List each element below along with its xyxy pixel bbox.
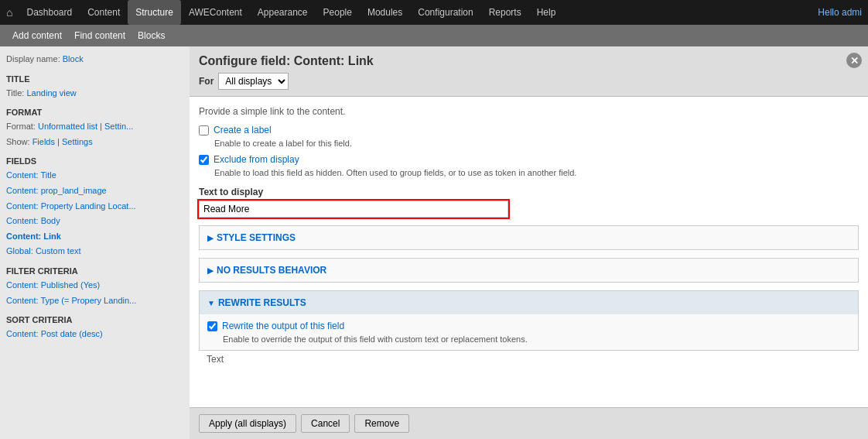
modal-title: Configure field: Content: Link: [199, 54, 859, 68]
modal-footer: Apply (all displays) Cancel Remove: [190, 407, 868, 439]
list-item[interactable]: Content: prop_land_image: [6, 184, 183, 198]
rewrite-checkbox[interactable]: [207, 321, 217, 331]
sidebar-display-name: Display name: Block: [6, 53, 183, 67]
nav-configuration[interactable]: Configuration: [410, 0, 480, 25]
list-item[interactable]: Content: Published (Yes): [6, 279, 183, 293]
list-item[interactable]: Content: Post date (desc): [6, 328, 183, 341]
main-layout: Display name: Block TITLE Title: Landing…: [0, 46, 868, 439]
sidebar-show-item: Show: Fields | Settings: [6, 135, 183, 149]
exclude-display-checkbox[interactable]: [199, 155, 209, 165]
nav-user-greeting: Hello admi: [818, 7, 862, 18]
nav-username: admi: [842, 7, 862, 18]
chevron-right-icon: ▶: [207, 266, 214, 275]
sec-nav-blocks[interactable]: Blocks: [132, 25, 171, 46]
style-settings-label: STYLE SETTINGS: [217, 232, 296, 243]
exclude-display-row: Exclude from display: [199, 154, 859, 165]
list-item[interactable]: Content: Property Landing Locat...: [6, 200, 183, 214]
list-item[interactable]: Content: Type (= Propery Landin...: [6, 294, 183, 308]
create-label-desc: Enable to create a label for this field.: [214, 139, 859, 148]
rewrite-text[interactable]: Rewrite the output of this field: [222, 321, 344, 331]
nav-awecontent[interactable]: AWEContent: [181, 0, 250, 25]
sidebar-title-section: TITLE: [6, 74, 183, 84]
create-label-checkbox[interactable]: [199, 125, 209, 135]
chevron-down-icon: ▼: [207, 299, 215, 307]
nav-modules[interactable]: Modules: [360, 0, 410, 25]
nav-structure[interactable]: Structure: [128, 0, 181, 25]
secondary-navigation: Add content Find content Blocks: [0, 25, 868, 46]
modal-body: Provide a simple link to the content. Cr…: [190, 97, 868, 407]
sidebar-filter-section: FILTER CRITERIA: [6, 266, 183, 276]
rewrite-body: Rewrite the output of this field Enable …: [200, 314, 858, 350]
rewrite-results-label: REWRITE RESULTS: [218, 297, 306, 308]
configure-field-modal: Configure field: Content: Link For All d…: [190, 46, 868, 439]
nav-reports[interactable]: Reports: [481, 0, 529, 25]
text-to-display-label: Text to display: [199, 187, 859, 197]
text-to-display-input[interactable]: [199, 201, 508, 218]
modal-header: Configure field: Content: Link For All d…: [190, 46, 868, 97]
list-item[interactable]: Content: Title: [6, 169, 183, 183]
sidebar-format-section: FORMAT: [6, 108, 183, 117]
chevron-right-icon: ▶: [207, 234, 214, 242]
rewrite-checkbox-row: Rewrite the output of this field: [207, 321, 850, 331]
remove-button[interactable]: Remove: [354, 414, 409, 433]
list-item[interactable]: Global: Custom text: [6, 245, 183, 259]
top-navigation: ⌂ Dashboard Content Structure AWEContent…: [0, 0, 868, 25]
no-results-label: NO RESULTS BEHAVIOR: [217, 265, 326, 276]
rewrite-results-section: ▼ REWRITE RESULTS Rewrite the output of …: [199, 290, 859, 351]
nav-appearance[interactable]: Appearance: [250, 0, 316, 25]
modal-close-button[interactable]: ✕: [846, 53, 862, 68]
sec-nav-find-content[interactable]: Find content: [68, 25, 132, 46]
modal-for-label: For: [199, 76, 214, 87]
list-item[interactable]: Content: Link: [6, 230, 183, 244]
sidebar-sort-section: SORT CRITERIA: [6, 315, 183, 324]
list-item[interactable]: Content: Body: [6, 214, 183, 228]
style-settings-header[interactable]: ▶ STYLE SETTINGS: [200, 226, 858, 249]
create-label-row: Create a label: [199, 125, 859, 135]
text-label: Text: [199, 351, 859, 365]
modal-for-row: For All displays Block: [199, 73, 859, 90]
rewrite-results-header[interactable]: ▼ REWRITE RESULTS: [200, 291, 858, 314]
exclude-display-desc: Enable to load this field as hidden. Oft…: [214, 168, 859, 177]
sec-nav-add-content[interactable]: Add content: [6, 25, 68, 46]
sidebar-fields-section: FIELDS: [6, 156, 183, 166]
cancel-button[interactable]: Cancel: [301, 414, 350, 433]
nav-help[interactable]: Help: [529, 0, 564, 25]
sidebar: Display name: Block TITLE Title: Landing…: [0, 46, 190, 439]
nav-content[interactable]: Content: [80, 0, 128, 25]
home-icon[interactable]: ⌂: [6, 6, 12, 19]
no-results-section: ▶ NO RESULTS BEHAVIOR: [199, 258, 859, 283]
sidebar-title-item: Title: Landing view: [6, 87, 183, 101]
rewrite-desc: Enable to override the output of this fi…: [223, 334, 850, 344]
nav-people[interactable]: People: [316, 0, 360, 25]
modal-description: Provide a simple link to the content.: [199, 106, 859, 117]
exclude-display-text[interactable]: Exclude from display: [214, 154, 299, 165]
nav-dashboard[interactable]: Dashboard: [19, 0, 80, 25]
style-settings-section: ▶ STYLE SETTINGS: [199, 225, 859, 250]
sidebar-format-item: Format: Unformatted list | Settin...: [6, 120, 183, 134]
apply-all-displays-button[interactable]: Apply (all displays): [199, 414, 296, 433]
modal-for-select[interactable]: All displays Block: [218, 73, 289, 90]
create-label-text[interactable]: Create a label: [214, 125, 272, 135]
no-results-header[interactable]: ▶ NO RESULTS BEHAVIOR: [200, 259, 858, 282]
